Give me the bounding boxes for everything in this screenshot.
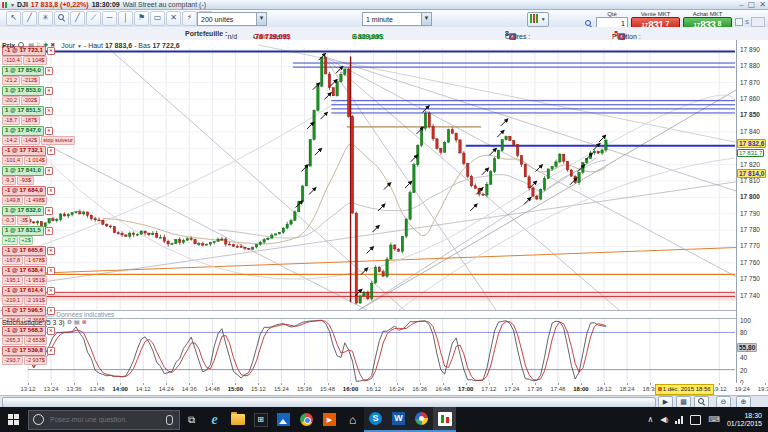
position-label[interactable]: -1 @ 17 568,3 [2,326,46,336]
home-button[interactable]: ⌂ [341,407,364,432]
position-label[interactable]: -1 @ 17 596,5 [2,306,46,316]
delete-tool-icon[interactable]: ✕ [166,11,181,26]
photos-button[interactable] [272,407,295,432]
start-button[interactable] [0,407,26,432]
store-button[interactable]: ⊞ [249,407,272,432]
flash-tool-icon[interactable]: ⚡ [182,11,197,26]
units-dropdown[interactable]: 200 unités▼ [197,12,267,26]
star-tool-icon[interactable]: ✳ [38,11,53,26]
position-label[interactable]: 1 @ 17 832,0 [2,206,44,216]
windows-logo-icon [8,414,19,425]
duplicate-icon[interactable]: ▤ [28,42,34,49]
stop-checkbox[interactable] [735,18,743,26]
position-label[interactable]: 1 @ 17 847,0 [2,126,44,136]
pane-divider[interactable] [0,310,768,311]
chevron-down-icon[interactable]: ▼ [256,13,266,25]
chevron-down-icon[interactable]: ▼ [421,13,431,25]
duplicate-icon[interactable]: ▤ [74,319,80,326]
maximize-button[interactable]: ▢ [748,0,756,9]
price-axis[interactable]: 17 89017 88017 87017 86017 85017 84017 8… [736,40,768,395]
close-position-icon[interactable]: ✕ [45,127,53,135]
skype-button[interactable]: S [364,407,387,432]
close-pane-icon[interactable]: ⊗ [82,319,87,326]
position-label[interactable]: -1 @ 17 665,6 [2,246,46,256]
close-button[interactable]: ✕ [759,0,766,9]
close-position-icon[interactable]: ✕ [47,267,55,275]
volume-icon[interactable]: ◀) [660,415,668,425]
close-position-icon[interactable]: ✕ [47,247,55,255]
file-explorer-button[interactable] [226,407,249,432]
close-position-icon[interactable]: ✕ [47,287,55,295]
position-label[interactable]: -1 @ 17 684,0 [2,186,46,196]
vline-tool-icon[interactable]: │ [118,11,133,26]
chevron-down-icon[interactable]: ▼ [77,43,82,49]
position-label[interactable]: -1 @ 17 732,1 [2,146,46,156]
zoom-tool-icon[interactable] [54,11,69,26]
close-position-icon[interactable]: ✕ [45,87,53,95]
tick-mark [719,383,720,385]
minimize-button[interactable]: – [739,0,743,9]
hline-tool-icon[interactable]: ─ [102,11,117,26]
keyboard-icon[interactable]: ⌨ [708,415,720,425]
position-label[interactable]: -1 @ 17 614,4 [2,286,46,296]
close-position-icon[interactable]: ✕ [45,227,53,235]
segment-tool-icon[interactable]: ╱ [70,11,85,26]
word-button[interactable]: W [387,407,410,432]
close-position-icon[interactable]: ✕ [45,67,53,75]
close-position-icon[interactable]: ✕ [47,347,55,355]
tick-mark [328,383,329,385]
chrome-button[interactable] [295,407,318,432]
video-app-button[interactable]: ▶ [318,407,341,432]
flag-tool-icon[interactable]: ⚑ [134,11,149,26]
position-label[interactable]: 1 @ 17 853,0 [2,86,44,96]
cortana-search[interactable] [28,410,180,430]
symbol-dropdown-arrow[interactable]: ▼ [10,2,15,8]
add-icon[interactable]: ✚ [43,42,48,49]
close-pane-icon[interactable]: ✖ [50,42,55,49]
close-position-icon[interactable]: ✕ [47,187,55,195]
stop-spinner[interactable] [751,17,765,27]
action-center-icon[interactable] [690,415,701,425]
close-position-icon[interactable]: ✕ [45,167,53,175]
position-label[interactable]: 1 @ 17 851,5 [2,106,44,116]
position-label[interactable]: -1 @ 17 539,8 [2,346,46,356]
position-badge: 1 @ 17 847,0✕-14,2-142$stop suiveur [2,126,72,145]
position-label[interactable]: -1 @ 17 638,4 [2,266,46,276]
zoom-icon[interactable] [17,41,26,50]
price-chart-canvas[interactable] [0,40,768,383]
trendline-tool-icon[interactable]: ╱ [22,11,37,26]
paint-button[interactable] [410,407,433,432]
pnl-points: -195,1 [2,276,23,285]
tray-expand-icon[interactable]: ∧ [647,415,653,425]
pane-divider[interactable] [0,318,768,319]
close-position-icon[interactable]: ✕ [45,107,53,115]
position-label[interactable]: 1 @ 17 831,5 [2,226,44,236]
timeframe-dropdown[interactable]: 1 minute▼ [362,12,432,26]
tick-mark [627,383,628,385]
bid-price-tag: 17 831,7 [737,149,764,157]
chart-style-button[interactable]: ▼ [527,12,549,27]
close-position-icon[interactable]: ✕ [47,307,55,315]
tick-mark [420,383,421,385]
network-icon[interactable] [675,416,683,424]
taskbar-clock[interactable]: 18:30 01/12/2015 [727,412,762,428]
position-label[interactable]: 1 @ 17 841,0 [2,166,44,176]
tick-mark [258,383,259,385]
settings-icon[interactable]: ⚙ [67,319,72,326]
time-axis[interactable]: 13:1213:2413:3613:4814:0014:1214:2414:36… [0,383,768,395]
rect-tool-icon[interactable]: ▭ [150,11,165,26]
alert-icon[interactable]: ⚐ [36,42,41,49]
prorealtime-button[interactable] [433,407,456,432]
position-label[interactable]: 1 @ 17 854,0 [2,66,44,76]
ray-tool-icon[interactable]: ⟋ [86,11,101,26]
close-position-icon[interactable]: ✕ [47,327,55,335]
internet-explorer-button[interactable]: e [203,407,226,432]
microphone-icon[interactable] [166,415,173,425]
close-position-icon[interactable]: ✕ [45,207,53,215]
task-view-button[interactable]: ⧉ [180,407,203,432]
tick-mark [535,383,536,385]
close-position-icon[interactable]: ✕ [47,147,55,155]
taskbar-apps: ⧉e⊞▶⌂SW [180,407,456,432]
search-input[interactable] [48,415,166,424]
pointer-tool-icon[interactable]: ↖ [6,11,21,26]
